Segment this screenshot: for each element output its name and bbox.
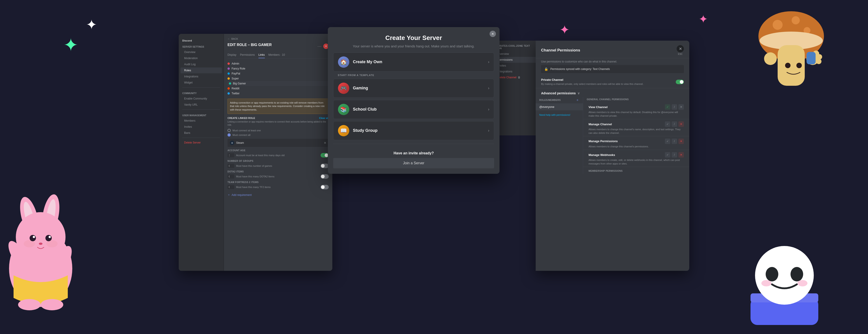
tab-links[interactable]: Links bbox=[258, 52, 265, 58]
mini-nav-item-invites[interactable]: Invites bbox=[495, 63, 536, 69]
mini-nav-item-integrations[interactable]: Integrations bbox=[495, 69, 536, 74]
svg-point-36 bbox=[762, 280, 771, 287]
add-role-member-button[interactable]: ＋ bbox=[576, 98, 579, 102]
manage-permissions-allow-button[interactable]: ✓ bbox=[665, 139, 670, 144]
settings-section-label: SERVER SETTINGS bbox=[179, 43, 224, 49]
tf2-toggle[interactable] bbox=[320, 185, 329, 189]
manage-webhooks-neutral-button[interactable]: / bbox=[672, 152, 677, 158]
add-requirement-button[interactable]: ＋ Add requirement bbox=[227, 192, 329, 198]
study-group-template-left: 📖 Study Group bbox=[338, 125, 377, 136]
role-item-admin[interactable]: Admin bbox=[227, 61, 329, 66]
clear-all-button[interactable]: Clear all bbox=[319, 117, 329, 120]
sidebar-item-overview[interactable]: Overview bbox=[181, 49, 222, 55]
sidebar-item-widget[interactable]: Widget bbox=[181, 80, 222, 86]
steam-remove-icon[interactable]: ✕ bbox=[324, 141, 327, 145]
mini-nav-item-permissions[interactable]: permissions bbox=[495, 57, 536, 63]
everyone-role-item[interactable]: @everyone bbox=[536, 103, 583, 110]
groups-input[interactable] bbox=[227, 164, 234, 168]
view-channel-allow-button[interactable]: ✓ bbox=[665, 104, 670, 110]
account-age-input[interactable] bbox=[227, 153, 234, 157]
study-group-template-option[interactable]: 📖 Study Group › bbox=[333, 121, 494, 140]
manage-channel-neutral-button[interactable]: / bbox=[672, 122, 677, 127]
advanced-permissions-header[interactable]: Advanced permissions ∨ bbox=[536, 88, 689, 97]
manage-permissions-header: Manage Permissions ✓ / ✕ bbox=[589, 139, 684, 144]
study-group-template-label: Study Group bbox=[353, 128, 377, 133]
back-button[interactable]: ← BACK bbox=[227, 37, 329, 40]
have-invite-label: Have an invite already? bbox=[328, 147, 499, 158]
groups-toggle[interactable] bbox=[320, 164, 329, 168]
create-my-own-option[interactable]: 🏠 Create My Own › bbox=[333, 53, 494, 71]
tf2-row: Must have this many TF2 items bbox=[227, 185, 329, 189]
general-permissions-label: GENERAL CHANNEL PERMISSIONS bbox=[583, 97, 689, 102]
manage-channel-deny-button[interactable]: ✕ bbox=[678, 122, 684, 127]
modal-close-button[interactable]: ✕ bbox=[490, 31, 496, 37]
school-club-template-left: 📚 School Club bbox=[338, 104, 377, 115]
role-item-big-gamer[interactable]: Big Gamer bbox=[227, 81, 329, 86]
sidebar-item-roles[interactable]: Roles bbox=[181, 67, 222, 73]
private-channel-toggle[interactable] bbox=[676, 80, 684, 84]
dota2-input[interactable] bbox=[227, 174, 234, 178]
channel-permissions-header: Channel Permissions ✕ ESC bbox=[536, 41, 689, 58]
create-my-own-chevron-icon: › bbox=[488, 60, 489, 64]
school-club-template-option[interactable]: 📚 School Club › bbox=[333, 100, 494, 119]
manage-permissions-deny-button[interactable]: ✕ bbox=[678, 139, 684, 144]
svg-point-24 bbox=[796, 63, 802, 68]
account-age-toggle[interactable] bbox=[320, 153, 329, 158]
tab-members[interactable]: Members · 10 bbox=[269, 52, 285, 58]
manage-webhooks-allow-button[interactable]: ✓ bbox=[665, 152, 670, 158]
roles-members-column: ROLES/MEMBERS ＋ @everyone Need help with… bbox=[536, 97, 583, 173]
tf2-input[interactable] bbox=[227, 185, 234, 189]
join-server-button[interactable]: Join a Server bbox=[333, 158, 494, 168]
groups-input-group: Must have this number of games bbox=[227, 164, 272, 168]
tab-display[interactable]: Display bbox=[227, 52, 236, 58]
dota2-toggle[interactable] bbox=[320, 174, 329, 179]
help-link[interactable]: Need help with permissions! bbox=[539, 113, 570, 116]
manage-channel-permission: Manage Channel ✓ / ✕ Allows members to c… bbox=[583, 119, 689, 136]
sidebar-item-enable-community[interactable]: Enable Community bbox=[181, 96, 222, 102]
tf2-input-group: Must have this many TF2 items bbox=[227, 185, 271, 189]
linked-role-desc: Linking a connection or app requires mem… bbox=[227, 120, 329, 127]
dota2-label: DOTA2 Items bbox=[227, 170, 329, 173]
svg-point-27 bbox=[813, 51, 819, 57]
connect-option-one[interactable]: Must connect at least one bbox=[227, 129, 329, 132]
radio-connect-one[interactable] bbox=[227, 129, 231, 132]
account-age-label: Account age bbox=[227, 149, 329, 152]
svg-rect-32 bbox=[750, 293, 818, 302]
manage-webhooks-deny-button[interactable]: ✕ bbox=[678, 152, 684, 158]
private-channel-desc: By making a channel private, only select… bbox=[541, 82, 644, 86]
channel-permissions-title: Channel Permissions bbox=[541, 48, 580, 53]
role-item-paypal[interactable]: PayPal bbox=[227, 71, 329, 76]
mini-nav-item-delete-channel[interactable]: delete Channel 🗑 bbox=[495, 74, 536, 80]
manage-channel-allow-button[interactable]: ✓ bbox=[665, 122, 670, 127]
role-item-reddit[interactable]: Reddit bbox=[227, 86, 329, 91]
dota2-input-group: Must have this many DOTA2 Items bbox=[227, 174, 275, 178]
permissions-grid: ROLES/MEMBERS ＋ @everyone Need help with… bbox=[536, 97, 689, 173]
sidebar-item-invites[interactable]: Invites bbox=[181, 124, 222, 130]
sidebar-item-bans[interactable]: Bans bbox=[181, 130, 222, 136]
sidebar-item-delete-server[interactable]: Delete Server bbox=[181, 140, 222, 145]
svg-point-7 bbox=[46, 240, 58, 247]
role-item-super[interactable]: Super bbox=[227, 76, 329, 81]
view-channel-deny-button[interactable]: ✕ bbox=[678, 104, 684, 110]
sidebar-divider-2 bbox=[182, 109, 220, 110]
svg-point-20 bbox=[804, 27, 810, 34]
tab-permissions[interactable]: Permissions bbox=[240, 52, 255, 58]
sidebar-item-moderation[interactable]: Moderation bbox=[181, 55, 222, 61]
radio-connect-all[interactable] bbox=[227, 133, 231, 137]
role-item-fancy-role[interactable]: Fancy Role bbox=[227, 66, 329, 71]
mini-nav-item-overview[interactable]: overview bbox=[495, 51, 536, 57]
more-options-icon[interactable]: ⋯ bbox=[317, 44, 321, 49]
svg-point-26 bbox=[806, 53, 819, 65]
connect-option-all[interactable]: Must connect all bbox=[227, 133, 329, 137]
manage-permissions-neutral-button[interactable]: / bbox=[672, 139, 677, 144]
role-item-twitter[interactable]: Twitter bbox=[227, 91, 329, 96]
sidebar-item-vanity-url[interactable]: Vanity URL bbox=[181, 102, 222, 108]
manage-permissions-desc: Allows members to change this channel's … bbox=[589, 145, 684, 148]
sidebar-item-integrations[interactable]: Integrations bbox=[181, 74, 222, 79]
gaming-template-option[interactable]: 🎮 Gaming › bbox=[333, 79, 494, 98]
view-channel-neutral-button[interactable]: / bbox=[672, 104, 677, 110]
channel-permissions-close-button[interactable]: ✕ bbox=[677, 45, 684, 53]
sidebar-item-audit-log[interactable]: Audit Log bbox=[181, 61, 222, 67]
channel-permissions-panel: Channel Permissions ✕ ESC Use permission… bbox=[536, 41, 689, 271]
sidebar-item-members[interactable]: Members bbox=[181, 118, 222, 124]
